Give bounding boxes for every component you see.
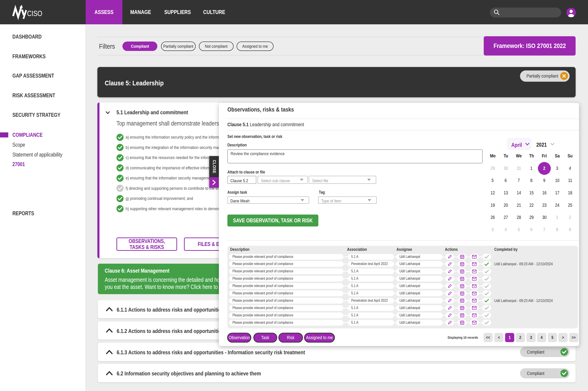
svg-text:CISO: CISO xyxy=(27,9,42,18)
